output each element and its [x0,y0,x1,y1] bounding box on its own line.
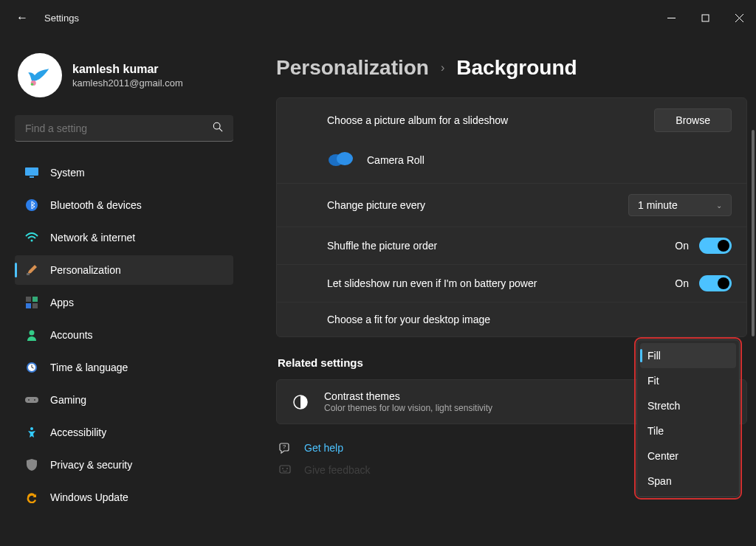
apps-icon [25,296,38,309]
sidebar-item-privacy[interactable]: Privacy & security [15,450,233,480]
profile[interactable]: kamlesh kumar kamlesh2011@gmail.com [15,35,233,115]
toggle-state: On [675,240,689,252]
sidebar-item-personalization[interactable]: Personalization [15,255,233,285]
fit-option-tile[interactable]: Tile [640,418,736,443]
fit-option-center[interactable]: Center [640,443,736,469]
gamepad-icon [25,393,38,407]
svg-point-17 [30,331,35,336]
sidebar-item-label: Apps [50,297,74,308]
svg-point-23 [28,399,30,401]
row-camera-roll: Camera Roll [277,142,746,183]
svg-point-24 [34,399,35,401]
search-input[interactable] [25,122,213,134]
sidebar-item-time[interactable]: Time & language [15,353,233,382]
clock-icon [25,361,38,374]
fit-option-fit[interactable]: Fit [640,368,736,393]
svg-point-11 [31,240,33,242]
toggle-state: On [675,277,689,289]
sidebar-item-label: System [50,167,85,179]
sidebar-item-bluetooth[interactable]: Bluetooth & devices [15,190,233,220]
profile-email: kamlesh2011@gmail.com [72,77,183,89]
accessibility-icon [25,426,38,439]
breadcrumb: Personalization › Background [276,56,747,80]
wifi-icon [25,231,38,244]
sidebar: kamlesh kumar kamlesh2011@gmail.com Syst… [0,35,244,546]
svg-point-25 [30,427,33,430]
onedrive-icon [327,150,354,170]
row-shuffle: Shuffle the picture order On [277,227,746,264]
settings-panel: Choose a picture album for a slideshow B… [276,97,747,337]
minimize-button[interactable] [654,6,688,30]
svg-rect-16 [32,303,38,308]
sidebar-item-label: Time & language [50,362,128,373]
search-icon [213,122,223,134]
contrast-icon [292,393,309,411]
row-label: Let slideshow run even if I'm on battery… [327,277,537,290]
sidebar-item-label: Accounts [50,329,93,341]
fit-option-stretch[interactable]: Stretch [640,393,736,418]
person-icon [25,328,38,342]
row-choose-album: Choose a picture album for a slideshow B… [277,98,746,142]
sidebar-item-label: Privacy & security [50,459,132,471]
help-label: Get help [304,442,343,454]
row-label: Choose a picture album for a slideshow [327,114,508,127]
row-change-every: Change picture every 1 minute ⌄ [277,183,746,227]
svg-rect-1 [702,15,709,21]
scrollbar[interactable] [752,130,755,336]
fit-option-span[interactable]: Span [640,469,736,494]
feedback-label: Give feedback [304,464,371,476]
monitor-icon [25,166,38,179]
update-icon [25,491,38,504]
bluetooth-icon [25,198,38,212]
titlebar: ← Settings [0,0,756,35]
sidebar-item-label: Bluetooth & devices [50,199,142,211]
battery-toggle[interactable] [699,275,732,291]
sidebar-item-update[interactable]: Windows Update [15,483,233,512]
fit-dropdown-menu: Fill Fit Stretch Tile Center Span [636,339,740,497]
row-battery: Let slideshow run even if I'm on battery… [277,264,746,302]
change-every-dropdown[interactable]: 1 minute ⌄ [628,194,732,216]
app-title: Settings [44,13,79,24]
svg-point-5 [31,83,34,86]
sidebar-item-system[interactable]: System [15,158,233,187]
help-icon: ? [278,440,292,455]
brush-icon [25,263,38,277]
svg-rect-9 [30,176,34,178]
chevron-down-icon: ⌄ [716,201,722,210]
nav-list: System Bluetooth & devices Network & int… [15,158,233,512]
dropdown-value: 1 minute [638,199,678,211]
svg-line-7 [219,128,222,131]
back-button[interactable]: ← [16,11,28,24]
maximize-button[interactable] [688,6,722,30]
sidebar-item-label: Network & internet [50,232,135,243]
feedback-icon [278,463,292,477]
svg-text:?: ? [283,443,286,450]
camera-roll-label: Camera Roll [367,154,425,166]
sidebar-item-accessibility[interactable]: Accessibility [15,418,233,447]
svg-rect-13 [26,297,31,302]
svg-rect-12 [27,273,30,275]
sidebar-item-label: Personalization [50,264,121,276]
shuffle-toggle[interactable] [699,238,732,254]
sidebar-item-accounts[interactable]: Accounts [15,320,233,350]
svg-point-6 [213,122,220,129]
sidebar-item-network[interactable]: Network & internet [15,223,233,252]
svg-point-27 [337,152,353,165]
profile-name: kamlesh kumar [72,63,183,76]
svg-point-31 [282,468,284,469]
close-button[interactable] [722,6,756,30]
fit-option-fill[interactable]: Fill [640,343,736,368]
shield-icon [25,458,38,471]
row-choose-fit: Choose a fit for your desktop image [277,302,746,336]
chevron-right-icon: › [441,61,444,75]
row-label: Choose a fit for your desktop image [327,313,490,326]
sidebar-item-label: Gaming [50,394,86,406]
breadcrumb-parent[interactable]: Personalization [276,56,429,80]
sidebar-item-apps[interactable]: Apps [15,288,233,317]
breadcrumb-current: Background [456,56,577,80]
avatar [18,53,62,97]
search-row[interactable] [15,115,233,142]
svg-rect-14 [32,297,38,302]
sidebar-item-gaming[interactable]: Gaming [15,385,233,415]
browse-button[interactable]: Browse [654,108,732,132]
